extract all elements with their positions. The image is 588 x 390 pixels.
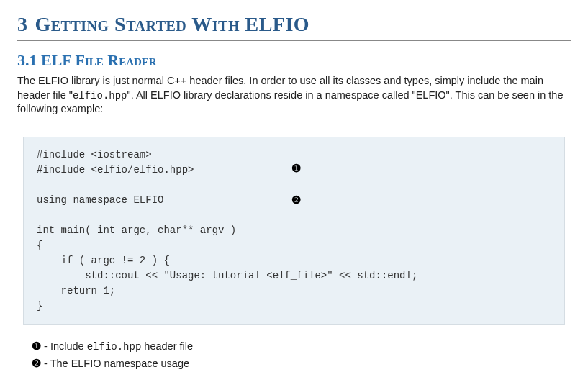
chapter-heading: 3Getting Started With ELFIO [17, 13, 571, 36]
intro-paragraph: The ELFIO library is just normal C++ hea… [17, 74, 571, 117]
callout-item-2: ❷ - The ELFIO namespace usage [32, 355, 556, 372]
chapter-number: 3 [17, 13, 28, 35]
callout-2-marker: ❷ [32, 357, 41, 369]
callout-1-code: elfio.hpp [87, 341, 142, 353]
callout-2-dash: - [41, 358, 50, 369]
chapter-title: Getting Started With ELFIO [35, 13, 310, 35]
callout-1-marker: ❶ [32, 340, 41, 352]
callout-1-post: header file [141, 340, 193, 352]
callout-marker-2: ❷ [291, 192, 301, 209]
section-title: ELF File Reader [41, 51, 157, 69]
callout-item-1: ❶ - Include elfio.hpp header file [32, 337, 556, 355]
callout-2-text: The ELFIO namespace usage [50, 358, 189, 369]
callout-marker-1: ❶ [291, 160, 301, 177]
code-block: ❶❷#include <iostream> #include <elfio/el… [23, 137, 565, 325]
section-heading: 3.1 ELF File Reader [17, 51, 571, 70]
callout-list: ❶ - Include elfio.hpp header file ❷ - Th… [32, 337, 556, 373]
code-text: #include <iostream> #include <elfio/elfi… [37, 149, 417, 312]
section-number: 3.1 [17, 51, 37, 69]
inline-code-elfio: elfio.hpp [73, 90, 127, 101]
callout-1-pre: Include [50, 340, 87, 352]
heading-rule [17, 40, 571, 41]
callout-1-dash: - [41, 340, 50, 352]
